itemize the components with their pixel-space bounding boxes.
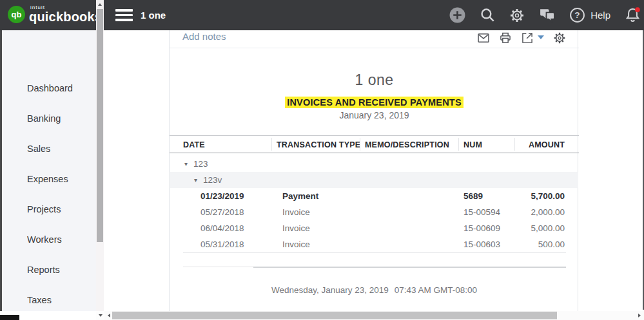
- add-notes-link[interactable]: Add notes: [182, 31, 226, 42]
- horizontal-scrollbar[interactable]: [104, 311, 644, 320]
- help-label: Help: [590, 10, 610, 21]
- app-window: qb intuit quickbooks 1 one: [0, 0, 644, 320]
- notification-badge: [635, 7, 640, 12]
- col-header-memo: MEMO/DESCRIPTION: [365, 136, 449, 154]
- cell-type: Payment: [282, 188, 318, 204]
- table-row[interactable]: 05/31/2018 Invoice 15-00603 500.00: [170, 236, 579, 252]
- cell-date: 06/04/2018: [200, 220, 244, 236]
- group-row-123[interactable]: ▾ 123: [170, 156, 579, 172]
- sidebar-item-projects[interactable]: Projects: [0, 194, 96, 225]
- scroll-up-button[interactable]: [96, 0, 104, 9]
- report-toolbar: Add notes: [170, 30, 579, 48]
- print-icon[interactable]: [499, 32, 512, 44]
- scroll-down-button[interactable]: [96, 311, 104, 320]
- report-timestamp: Wednesday, January 23, 201907:43 AM GMT-…: [170, 285, 579, 295]
- help-button[interactable]: ? Help: [569, 7, 610, 23]
- report-subtitle-highlighted: INVOICES AND RECEIVED PAYMENTS: [285, 97, 463, 108]
- table-row[interactable]: 05/27/2018 Invoice 15-00594 2,000.00: [170, 204, 579, 220]
- sidebar-item-reports[interactable]: Reports: [0, 255, 96, 285]
- window-left-edge: [0, 30, 2, 311]
- export-icon[interactable]: [521, 32, 534, 44]
- col-header-num: NUM: [463, 136, 482, 154]
- sidebar-item-expenses[interactable]: Expenses: [0, 164, 96, 194]
- cell-amount: 5,700.00: [531, 188, 565, 204]
- svg-text:?: ?: [575, 10, 580, 20]
- table-end-divider: [183, 252, 566, 253]
- create-plus-icon[interactable]: [449, 6, 466, 24]
- collapse-arrow-icon[interactable]: ▾: [194, 172, 197, 188]
- horizontal-scrollbar-thumb[interactable]: [112, 312, 557, 319]
- footer-divider-left: [183, 267, 253, 267]
- group-label: 123v: [203, 172, 222, 188]
- hamburger-menu-icon[interactable]: [115, 9, 133, 21]
- col-header-amount: AMOUNT: [529, 136, 565, 154]
- quickbooks-logo[interactable]: qb intuit quickbooks: [8, 5, 102, 23]
- qb-monogram-icon: qb: [8, 6, 25, 23]
- cell-type: Invoice: [282, 204, 310, 220]
- sidebar-item-sales[interactable]: Sales: [0, 134, 96, 164]
- report-card: Add notes: [169, 30, 578, 311]
- group-row-123v[interactable]: ▾ 123v: [170, 172, 578, 188]
- bottom-left-corner-block: [0, 315, 19, 320]
- sidebar-item-workers[interactable]: Workers: [0, 225, 96, 255]
- cell-type: Invoice: [282, 236, 310, 252]
- cell-date: 05/27/2018: [200, 204, 244, 220]
- quickbooks-wordmark: quickbooks: [29, 10, 102, 23]
- table-header-row: DATE TRANSACTION TYPE MEMO/DESCRIPTION N…: [170, 135, 579, 153]
- col-header-transaction-type: TRANSACTION TYPE: [277, 136, 360, 154]
- sidebar-item-dashboard[interactable]: Dashboard: [0, 73, 96, 104]
- sidebar-item-banking[interactable]: Banking: [0, 104, 96, 134]
- cell-date: 01/23/2019: [200, 188, 244, 204]
- table-row[interactable]: 01/23/2019 Payment 5689 5,700.00: [170, 188, 579, 204]
- cell-type: Invoice: [282, 220, 310, 236]
- left-sidebar: Dashboard Banking Sales Expenses Project…: [0, 30, 96, 311]
- cell-amount: 5,000.00: [531, 220, 565, 236]
- cell-num: 15-00609: [463, 220, 500, 236]
- footer-divider-right: [253, 267, 566, 268]
- report-date: January 23, 2019: [170, 110, 579, 120]
- help-circle-icon: ?: [569, 7, 585, 23]
- email-icon[interactable]: [477, 32, 490, 44]
- group-label: 123: [193, 156, 208, 172]
- cell-num: 15-00603: [463, 236, 500, 252]
- settings-gear-icon[interactable]: [509, 8, 525, 23]
- cell-amount: 2,000.00: [531, 204, 565, 220]
- vertical-scrollbar-thumb[interactable]: [97, 9, 103, 242]
- col-header-date: DATE: [183, 136, 205, 154]
- cell-num: 15-00594: [463, 204, 500, 220]
- cell-num: 5689: [463, 188, 483, 204]
- cell-amount: 500.00: [538, 236, 565, 252]
- page-title: 1 one: [141, 10, 166, 21]
- report-settings-gear-icon[interactable]: [553, 32, 566, 44]
- search-icon[interactable]: [480, 7, 496, 23]
- collapse-arrow-icon[interactable]: ▾: [184, 156, 188, 172]
- vertical-scrollbar[interactable]: [96, 0, 104, 311]
- notifications-bell-icon[interactable]: [624, 6, 641, 24]
- chat-messages-icon[interactable]: [538, 7, 556, 23]
- table-row[interactable]: 06/04/2018 Invoice 15-00609 5,000.00: [170, 220, 579, 236]
- cell-date: 05/31/2018: [200, 236, 244, 252]
- export-dropdown-icon[interactable]: [538, 35, 544, 39]
- report-title: 1 one: [170, 71, 579, 89]
- scroll-right-button[interactable]: [635, 311, 644, 320]
